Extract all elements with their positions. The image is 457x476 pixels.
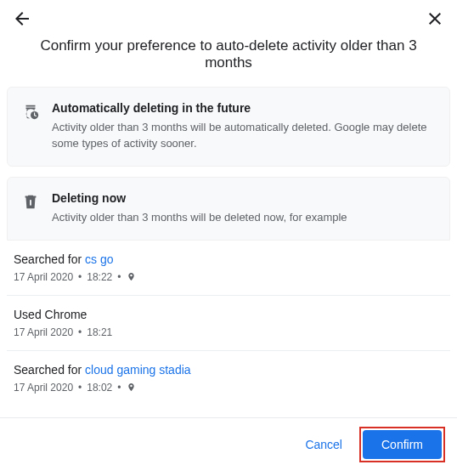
delete-icon bbox=[21, 192, 40, 211]
dialog-title: Confirm your preference to auto-delete a… bbox=[0, 34, 457, 87]
activity-item: Searched for cloud gaming stadia 17 Apri… bbox=[7, 351, 450, 405]
back-icon[interactable] bbox=[12, 8, 32, 29]
footer: Cancel Confirm bbox=[0, 417, 457, 471]
activity-prefix: Searched for bbox=[14, 363, 85, 377]
location-icon bbox=[127, 272, 136, 281]
confirm-button[interactable]: Confirm bbox=[363, 430, 442, 459]
now-section: Deleting now Activity older than 3 month… bbox=[7, 177, 450, 241]
activity-prefix: Searched for bbox=[14, 252, 85, 266]
auto-delete-icon bbox=[21, 102, 40, 121]
activity-time: 18:22 bbox=[87, 271, 112, 283]
now-desc: Activity older than 3 months will be del… bbox=[52, 210, 436, 226]
activity-item: Used Chrome 17 April 2020•18:21 bbox=[7, 296, 450, 351]
close-icon[interactable] bbox=[425, 8, 445, 29]
activity-link[interactable]: cs go bbox=[85, 252, 113, 266]
activity-list: Searched for cs go 17 April 2020•18:22• … bbox=[7, 241, 450, 405]
svg-rect-1 bbox=[30, 200, 31, 205]
location-icon bbox=[127, 382, 136, 392]
activity-item: Searched for cs go 17 April 2020•18:22• bbox=[7, 241, 450, 296]
cancel-button[interactable]: Cancel bbox=[296, 431, 351, 458]
activity-date: 17 April 2020 bbox=[14, 326, 73, 338]
future-desc: Activity older than 3 months will be aut… bbox=[52, 120, 436, 152]
future-section: Automatically deleting in the future Act… bbox=[7, 87, 450, 167]
now-heading: Deleting now bbox=[52, 191, 436, 205]
confirm-highlight: Confirm bbox=[359, 427, 445, 462]
activity-link[interactable]: cloud gaming stadia bbox=[85, 363, 191, 377]
activity-time: 18:02 bbox=[87, 382, 112, 394]
activity-prefix: Used Chrome bbox=[14, 308, 87, 321]
activity-date: 17 April 2020 bbox=[14, 382, 73, 394]
future-heading: Automatically deleting in the future bbox=[52, 101, 436, 115]
activity-date: 17 April 2020 bbox=[14, 271, 73, 283]
activity-time: 18:21 bbox=[87, 326, 112, 338]
